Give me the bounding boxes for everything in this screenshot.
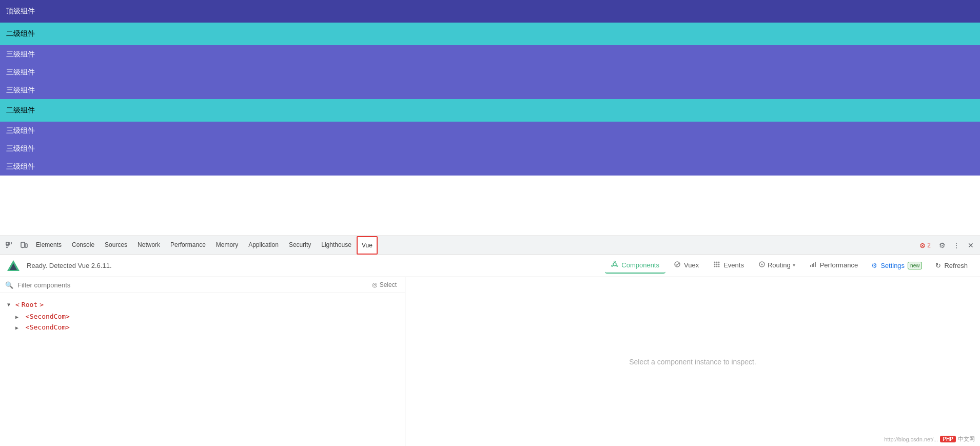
- select-component-btn[interactable]: ◎ Select: [369, 280, 400, 289]
- routing-icon: [758, 261, 766, 269]
- watermark-url: http://blog.csdn.net/...: [884, 436, 938, 442]
- svg-point-11: [714, 264, 716, 265]
- svg-point-6: [613, 263, 616, 266]
- tree-secondcom-1[interactable]: <SecondCom>: [15, 311, 400, 322]
- component-tree-panel: 🔍 ◎ Select <Root> <SecondCo: [0, 277, 405, 446]
- performance-icon: [810, 261, 817, 269]
- tab-vue[interactable]: Vue: [357, 236, 378, 255]
- svg-point-12: [716, 264, 718, 265]
- vue-toolbar: Ready. Detected Vue 2.6.11. Components: [0, 255, 980, 277]
- svg-rect-25: [815, 262, 816, 267]
- app-row-level1: 顶级组件: [0, 0, 980, 23]
- svg-rect-2: [25, 244, 27, 247]
- svg-point-7: [614, 261, 616, 263]
- tab-lighthouse[interactable]: Lighthouse: [316, 236, 357, 255]
- vue-routing-btn[interactable]: Routing ▾: [752, 258, 801, 274]
- tree-secondcom-2[interactable]: <SecondCom>: [15, 322, 400, 333]
- php-badge: PHP: [940, 436, 956, 442]
- tree-child-2: <SecondCom>: [5, 322, 400, 333]
- app-row-level3: 三级组件: [0, 63, 980, 81]
- components-icon: [611, 261, 618, 269]
- svg-rect-23: [812, 264, 813, 267]
- vue-ready-text: Ready. Detected Vue 2.6.11.: [27, 262, 112, 269]
- error-badge[interactable]: ⊗ 2: [919, 241, 931, 249]
- svg-rect-0: [6, 242, 9, 245]
- svg-rect-22: [810, 265, 811, 267]
- devtools-panel: Elements Console Sources Network Perform…: [0, 236, 980, 446]
- select-icon: ◎: [372, 281, 377, 288]
- svg-point-15: [716, 262, 718, 263]
- tab-network[interactable]: Network: [132, 236, 165, 255]
- svg-point-14: [714, 262, 716, 263]
- app-row-level3: 三级组件: [0, 81, 980, 99]
- svg-rect-24: [813, 263, 814, 267]
- vue-components-btn[interactable]: Components: [605, 258, 665, 274]
- svg-point-13: [718, 264, 720, 265]
- tab-performance[interactable]: Performance: [165, 236, 211, 255]
- root-arrow-icon: [7, 302, 13, 307]
- tab-memory[interactable]: Memory: [211, 236, 243, 255]
- app-row-level3: 三级组件: [0, 158, 980, 176]
- component-filter-input[interactable]: [17, 281, 365, 289]
- vue-logo-icon: [6, 259, 21, 273]
- more-options-btn[interactable]: ⋮: [949, 238, 964, 253]
- vuex-icon: [674, 261, 681, 269]
- tree-child-1: <SecondCom>: [5, 311, 400, 322]
- svg-rect-1: [21, 242, 25, 247]
- vue-events-btn[interactable]: Events: [707, 258, 750, 274]
- secondcom2-arrow-icon: [15, 325, 22, 331]
- svg-point-18: [716, 266, 718, 267]
- vue-performance-btn[interactable]: Performance: [803, 258, 864, 274]
- tab-elements[interactable]: Elements: [31, 236, 67, 255]
- app-row-level2: 二级组件: [0, 99, 980, 122]
- component-tree-content: <Root> <SecondCom> <SecondCom>: [0, 293, 405, 446]
- app-row-level3: 三级组件: [0, 122, 980, 140]
- tree-root-item[interactable]: <Root>: [5, 298, 400, 311]
- inspect-element-btn[interactable]: [2, 238, 16, 253]
- tab-sources[interactable]: Sources: [100, 236, 132, 255]
- vue-vuex-btn[interactable]: Vuex: [668, 258, 705, 274]
- svg-point-17: [714, 266, 716, 267]
- tab-application[interactable]: Application: [243, 236, 284, 255]
- events-icon: [713, 261, 720, 269]
- vue-settings-btn[interactable]: ⚙ Settings new: [866, 259, 927, 273]
- inspector-placeholder-text: Select a component instance to inspect.: [629, 358, 756, 366]
- devtools-tab-bar: Elements Console Sources Network Perform…: [0, 236, 980, 255]
- vue-main-content: 🔍 ◎ Select <Root> <SecondCo: [0, 277, 980, 446]
- search-icon: 🔍: [5, 281, 13, 289]
- svg-point-9: [617, 265, 618, 267]
- component-filter-bar: 🔍 ◎ Select: [0, 277, 405, 293]
- watermark: http://blog.csdn.net/... PHP 中文网: [884, 435, 975, 443]
- routing-dropdown-icon: ▾: [793, 262, 795, 268]
- refresh-icon: ↻: [935, 262, 941, 269]
- app-row-level2: 二级组件: [0, 23, 980, 45]
- svg-point-19: [718, 266, 720, 267]
- settings-gear-icon: ⚙: [871, 262, 877, 269]
- close-devtools-btn[interactable]: ✕: [964, 238, 978, 253]
- app-row-level3: 三级组件: [0, 45, 980, 63]
- secondcom1-arrow-icon: [15, 314, 22, 320]
- app-content: 顶级组件二级组件三级组件三级组件三级组件二级组件三级组件三级组件三级组件: [0, 0, 980, 236]
- tab-security[interactable]: Security: [284, 236, 316, 255]
- cn-badge: 中文网: [958, 435, 975, 443]
- device-mode-btn[interactable]: [16, 238, 31, 253]
- inspector-panel: Select a component instance to inspect.: [405, 277, 980, 446]
- svg-point-8: [612, 265, 613, 267]
- settings-icon-btn[interactable]: ⚙: [935, 238, 949, 253]
- app-row-level3: 三级组件: [0, 140, 980, 158]
- svg-point-21: [761, 264, 762, 265]
- tab-console[interactable]: Console: [67, 236, 100, 255]
- vue-refresh-btn[interactable]: ↻ Refresh: [929, 259, 974, 273]
- svg-point-16: [718, 262, 720, 263]
